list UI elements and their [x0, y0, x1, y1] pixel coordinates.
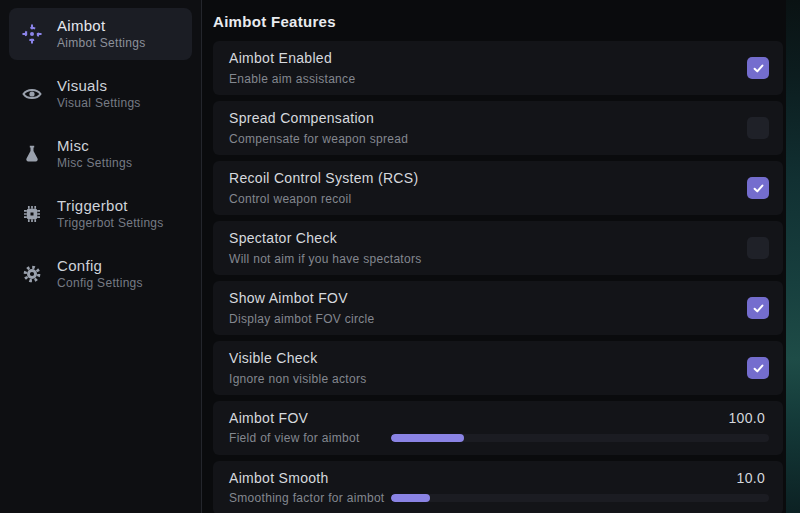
setting-text: Recoil Control System (RCS) Control weap…	[229, 170, 418, 206]
page-title: Aimbot Features	[213, 13, 783, 30]
rcs-checkbox[interactable]	[747, 177, 769, 199]
setting-text: Visible Check Ignore non visible actors	[229, 350, 367, 386]
sidebar-item-label: Config	[57, 257, 143, 274]
setting-description: Enable aim assistance	[229, 72, 355, 86]
setting-description: Will not aim if you have spectators	[229, 252, 422, 266]
setting-description: Compensate for weapon spread	[229, 132, 408, 146]
sidebar-item-label: Triggerbot	[57, 197, 164, 214]
setting-label: Spread Compensation	[229, 110, 408, 127]
aimbot-smooth-slider[interactable]	[391, 494, 769, 502]
check-icon	[752, 182, 765, 195]
setting-row-aimbot-fov: Aimbot FOV 100.0 Field of view for aimbo…	[213, 401, 783, 455]
check-icon	[752, 62, 765, 75]
slider-fill	[391, 494, 430, 502]
gear-icon	[22, 264, 42, 284]
sidebar-item-sublabel: Config Settings	[57, 277, 143, 291]
sidebar-item-sublabel: Aimbot Settings	[57, 37, 146, 51]
setting-text: Spectator Check Will not aim if you have…	[229, 230, 422, 266]
sidebar-item-aimbot[interactable]: Aimbot Aimbot Settings	[9, 8, 192, 60]
visible-check-checkbox[interactable]	[747, 357, 769, 379]
setting-label: Show Aimbot FOV	[229, 290, 375, 307]
setting-label: Aimbot Enabled	[229, 50, 355, 67]
check-icon	[752, 362, 765, 375]
crosshair-icon	[22, 24, 42, 44]
setting-row-show-aimbot-fov: Show Aimbot FOV Display aimbot FOV circl…	[213, 281, 783, 335]
setting-label: Visible Check	[229, 350, 367, 367]
spread-compensation-checkbox[interactable]	[747, 117, 769, 139]
setting-description: Ignore non visible actors	[229, 372, 367, 386]
sidebar-item-label: Visuals	[57, 77, 141, 94]
setting-row-aimbot-smooth: Aimbot Smooth 10.0 Smoothing factor for …	[213, 461, 783, 513]
sidebar: Aimbot Aimbot Settings Visuals Visual Se…	[0, 0, 202, 513]
aimbot-fov-value: 100.0	[728, 410, 769, 426]
check-icon	[752, 302, 765, 315]
sidebar-item-sublabel: Triggerbot Settings	[57, 217, 164, 231]
settings-list: Aimbot Enabled Enable aim assistance Spr…	[213, 41, 783, 513]
chip-icon	[22, 204, 42, 224]
aimbot-fov-slider[interactable]	[391, 434, 769, 442]
sidebar-item-label: Misc	[57, 137, 132, 154]
show-aimbot-fov-checkbox[interactable]	[747, 297, 769, 319]
setting-label: Aimbot Smooth	[229, 470, 329, 487]
setting-row-spectator-check: Spectator Check Will not aim if you have…	[213, 221, 783, 275]
slider-fill	[391, 434, 464, 442]
sidebar-item-misc[interactable]: Misc Misc Settings	[9, 128, 192, 180]
setting-description: Field of view for aimbot	[229, 431, 391, 445]
sidebar-item-triggerbot[interactable]: Triggerbot Triggerbot Settings	[9, 188, 192, 240]
setting-row-spread-compensation: Spread Compensation Compensate for weapo…	[213, 101, 783, 155]
setting-description: Smoothing factor for aimbot	[229, 491, 391, 505]
setting-label: Recoil Control System (RCS)	[229, 170, 418, 187]
setting-text: Spread Compensation Compensate for weapo…	[229, 110, 408, 146]
sidebar-item-sublabel: Visual Settings	[57, 97, 141, 111]
sidebar-item-config[interactable]: Config Config Settings	[9, 248, 192, 300]
game-background-strip	[786, 0, 800, 513]
sidebar-item-sublabel: Misc Settings	[57, 157, 132, 171]
setting-label: Aimbot FOV	[229, 410, 308, 427]
sidebar-item-visuals[interactable]: Visuals Visual Settings	[9, 68, 192, 120]
main-panel: Aimbot Features Aimbot Enabled Enable ai…	[202, 0, 786, 513]
setting-text: Aimbot Enabled Enable aim assistance	[229, 50, 355, 86]
setting-row-visible-check: Visible Check Ignore non visible actors	[213, 341, 783, 395]
setting-text: Show Aimbot FOV Display aimbot FOV circl…	[229, 290, 375, 326]
aimbot-enabled-checkbox[interactable]	[747, 57, 769, 79]
setting-row-rcs: Recoil Control System (RCS) Control weap…	[213, 161, 783, 215]
setting-description: Display aimbot FOV circle	[229, 312, 375, 326]
setting-row-aimbot-enabled: Aimbot Enabled Enable aim assistance	[213, 41, 783, 95]
setting-description: Control weapon recoil	[229, 192, 418, 206]
sidebar-item-label: Aimbot	[57, 17, 146, 34]
spectator-check-checkbox[interactable]	[747, 237, 769, 259]
aimbot-smooth-value: 10.0	[737, 470, 769, 486]
eye-icon	[22, 84, 42, 104]
flask-icon	[22, 144, 42, 164]
setting-label: Spectator Check	[229, 230, 422, 247]
